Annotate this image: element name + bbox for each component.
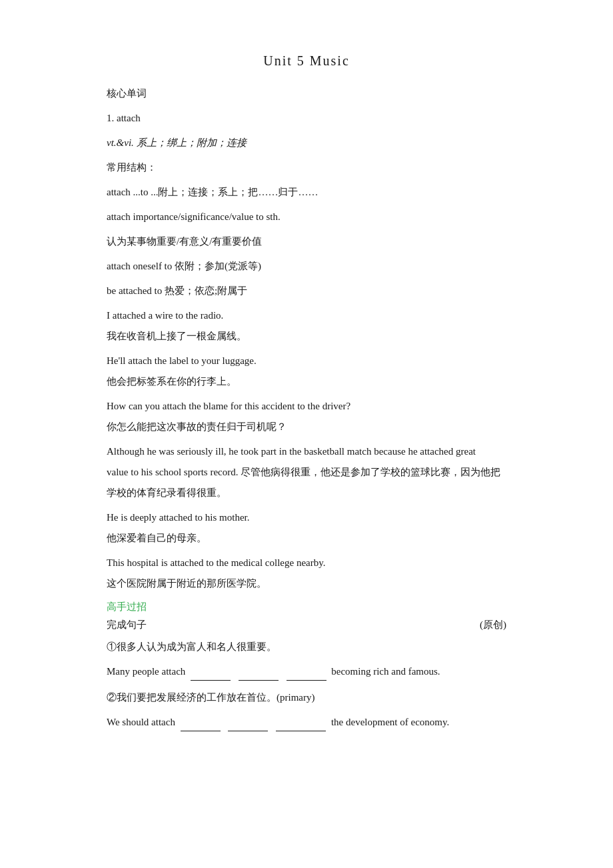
example-1: I attached a wire to the radio. 我在收音机上接了… [107,307,506,345]
exercise-2-blank-2[interactable] [228,731,268,731]
exercise-2-chinese: ②我们要把发展经济的工作放在首位。(primary) [107,689,506,707]
exercise-1: ①很多人认为成为富人和名人很重要。 Many people attach bec… [107,638,506,681]
word-number: 1. attach [107,109,506,127]
exercise-1-chinese: ①很多人认为成为富人和名人很重要。 [107,638,506,656]
example-3-chinese: 你怎么能把这次事故的责任归于司机呢？ [107,418,506,436]
gaoshou-label: 高手过招 [107,601,506,613]
example-2: He'll attach the label to your luggage. … [107,352,506,391]
page-container: Unit 5 Music 核心单词 1. attach vt.&vi. 系上；绑… [0,0,613,868]
example-5: He is deeply attached to his mother. 他深爱… [107,509,506,547]
exercise-1-blank-3[interactable] [287,680,326,681]
example-4: Although he was seriously ill, he took p… [107,443,506,502]
example-4-english: Although he was seriously ill, he took p… [107,443,506,461]
exercise-header-right: (原创) [480,619,506,631]
example-4-english-2: value to his school sports record. 尽管他病得… [107,463,506,481]
example-6-chinese: 这个医院附属于附近的那所医学院。 [107,575,506,593]
structure-2-chinese: 认为某事物重要/有意义/有重要价值 [107,233,506,251]
exercise-2-blank-3[interactable] [276,731,326,731]
example-2-chinese: 他会把标签系在你的行李上。 [107,373,506,391]
exercise-2-prefix: We should attach [107,717,175,727]
section-core-words: 核心单词 [107,87,506,100]
example-6-english: This hospital is attached to the medical… [107,554,506,572]
structure-4: be attached to 热爱；依恋;附属于 [107,282,506,300]
word-pos-text: vt.&vi. 系上；绑上；附加；连接 [107,137,247,148]
exercise-2-blank-1[interactable] [181,731,221,731]
example-1-english: I attached a wire to the radio. [107,307,506,325]
example-3: How can you attach the blame for this ac… [107,397,506,436]
exercise-1-prefix: Many people attach [107,666,185,677]
exercise-1-suffix: becoming rich and famous. [331,666,440,677]
structure-3: attach oneself to 依附；参加(党派等) [107,257,506,275]
example-3-english: How can you attach the blame for this ac… [107,397,506,415]
structure-1: attach ...to ...附上；连接；系上；把……归于…… [107,183,506,201]
exercise-1-english: Many people attach becoming rich and fam… [107,663,506,681]
exercise-2-english: We should attach the development of econ… [107,713,506,731]
common-structures-label: 常用结构： [107,159,506,177]
example-5-chinese: 他深爱着自己的母亲。 [107,529,506,547]
exercise-1-blank-2[interactable] [239,680,279,681]
example-6: This hospital is attached to the medical… [107,554,506,593]
structure-2: attach importance/significance/value to … [107,208,506,226]
exercise-2-suffix: the development of economy. [331,717,449,727]
example-5-english: He is deeply attached to his mother. [107,509,506,527]
word-pos: vt.&vi. 系上；绑上；附加；连接 [107,134,506,152]
example-1-chinese: 我在收音机上接了一根金属线。 [107,327,506,345]
example-4-chinese: 学校的体育纪录看得很重。 [107,484,506,502]
exercise-1-blank-1[interactable] [191,680,231,681]
exercise-2: ②我们要把发展经济的工作放在首位。(primary) We should att… [107,689,506,731]
exercise-header-left: 完成句子 [107,619,147,631]
exercise-header: 完成句子 (原创) [107,619,506,631]
example-2-english: He'll attach the label to your luggage. [107,352,506,370]
page-title: Unit 5 Music [107,53,506,69]
